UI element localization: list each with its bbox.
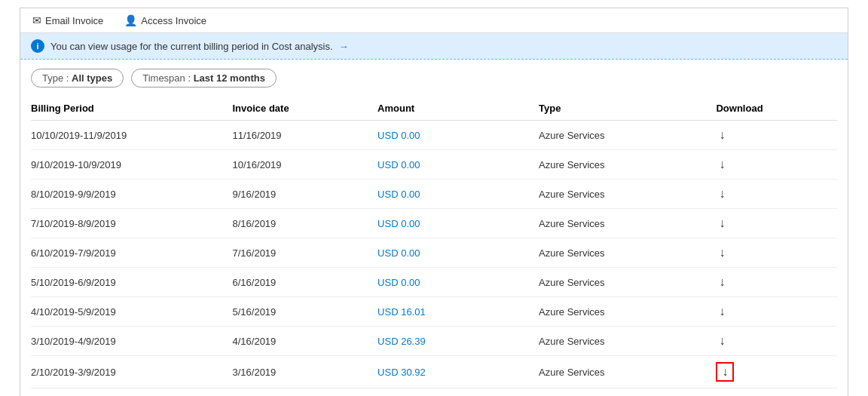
table-row: 8/10/2019-9/9/20199/16/2019USD 0.00Azure… [31,180,837,209]
cell-download: ↓ [716,209,837,238]
table-row: 2/10/2019-3/9/20193/16/2019USD 30.92Azur… [31,356,837,388]
cell-download: ↓ [716,121,837,150]
cell-amount: USD 16.01 [377,297,539,327]
cell-type: Azure Services [539,297,716,327]
cell-type: Azure Services [539,238,716,268]
download-button[interactable]: ↓ [716,362,734,382]
cell-billing-period: 4/10/2019-5/9/2019 [31,297,233,327]
table-row: 7/10/2019-8/9/20198/16/2019USD 0.00Azure… [31,209,837,238]
cell-invoice-date: 5/16/2019 [233,297,378,327]
cell-billing-period: 3/10/2019-4/9/2019 [31,327,233,356]
cell-billing-period: 8/10/2019-9/9/2019 [31,180,233,209]
cell-invoice-date: 10/16/2019 [233,150,378,180]
download-button[interactable]: ↓ [716,303,728,320]
invoice-table-wrapper: Billing Period Invoice date Amount Type … [20,97,848,396]
table-header-row: Billing Period Invoice date Amount Type … [31,97,837,121]
cell-invoice-date: 6/16/2019 [233,268,378,297]
amount-link[interactable]: USD 30.92 [377,367,426,378]
cell-invoice-date: 9/16/2019 [233,180,378,209]
col-header-billing-period: Billing Period [31,97,233,121]
cell-billing-period: 6/10/2019-7/9/2019 [31,238,233,268]
table-row: 4/10/2019-5/9/20195/16/2019USD 16.01Azur… [31,297,837,327]
cell-amount: USD 0.00 [377,121,539,150]
download-button[interactable]: ↓ [716,215,728,232]
cell-download: ↓ [716,150,837,180]
cell-invoice-date: 4/16/2019 [233,327,378,356]
invoice-panel: ✉ Email Invoice 👤 Access Invoice i You c… [20,8,848,396]
amount-link[interactable]: USD 0.00 [377,159,420,170]
cell-download: ↓ [716,268,837,297]
amount-link[interactable]: USD 0.00 [377,277,420,288]
cell-type: Azure Services [539,180,716,209]
col-header-amount: Amount [377,97,539,121]
cell-download: ↓ [716,238,837,268]
cell-amount: USD 26.39 [377,327,539,356]
table-row: 10/10/2019-11/9/201911/16/2019USD 0.00Az… [31,121,837,150]
cell-download: ↓ [716,356,837,388]
table-row: 9/10/2019-10/9/201910/16/2019USD 0.00Azu… [31,150,837,180]
cell-download: ↓ [716,388,837,397]
download-button[interactable]: ↓ [716,274,728,290]
cell-type: Azure Services [539,356,716,388]
cell-type: Azure Services [539,388,716,397]
email-invoice-button[interactable]: ✉ Email Invoice [29,13,106,28]
cell-amount: USD 0.00 [377,209,539,238]
cell-download: ↓ [716,327,837,356]
cost-analysis-link[interactable]: → [339,41,349,52]
table-row: 5/10/2019-6/9/20196/16/2019USD 0.00Azure… [31,268,837,297]
cell-type: Azure Services [539,268,716,297]
info-icon: i [31,39,44,53]
cell-amount: USD 0.00 [377,150,539,180]
table-row: 3/10/2019-4/9/20194/16/2019USD 26.39Azur… [31,327,837,356]
cell-billing-period: 9/10/2019-10/9/2019 [31,150,233,180]
download-button[interactable]: ↓ [716,244,728,261]
download-button[interactable]: ↓ [716,127,728,143]
email-invoice-label: Email Invoice [45,15,103,26]
cell-billing-period: 2/10/2019-3/9/2019 [31,356,233,388]
amount-link[interactable]: USD 16.01 [377,306,426,318]
cell-billing-period: 1/10/2019-2/9/2019 [31,388,233,397]
cell-invoice-date: 3/16/2019 [233,356,378,388]
cell-billing-period: 5/10/2019-6/9/2019 [31,268,233,297]
timespan-filter[interactable]: Timespan : Last 12 months [131,69,277,87]
banner-text: You can view usage for the current billi… [50,41,333,52]
amount-link[interactable]: USD 26.39 [377,336,426,347]
table-row: 1/10/2019-2/9/20192/16/2019USD 32.79Azur… [31,388,837,397]
email-icon: ✉ [32,14,41,26]
download-button[interactable]: ↓ [716,186,728,202]
cell-amount: USD 32.79 [377,388,539,397]
amount-link[interactable]: USD 0.00 [377,247,420,259]
timespan-filter-label: Timespan : [142,72,193,84]
cell-invoice-date: 7/16/2019 [233,238,378,268]
cell-amount: USD 30.92 [377,356,539,388]
info-banner: i You can view usage for the current bil… [20,33,848,60]
cell-type: Azure Services [539,209,716,238]
amount-link[interactable]: USD 0.00 [377,218,420,229]
download-button[interactable]: ↓ [716,156,728,173]
col-header-type: Type [539,97,716,121]
cell-billing-period: 10/10/2019-11/9/2019 [31,121,233,150]
cell-invoice-date: 8/16/2019 [233,209,378,238]
cell-download: ↓ [716,180,837,209]
download-button[interactable]: ↓ [716,333,728,349]
type-filter[interactable]: Type : All types [31,69,124,87]
toolbar: ✉ Email Invoice 👤 Access Invoice [20,8,848,33]
cell-type: Azure Services [539,327,716,356]
amount-link[interactable]: USD 0.00 [377,189,420,200]
amount-link[interactable]: USD 0.00 [377,130,420,141]
table-row: 6/10/2019-7/9/20197/16/2019USD 0.00Azure… [31,238,837,268]
col-header-invoice-date: Invoice date [233,97,378,121]
cell-invoice-date: 11/16/2019 [233,121,378,150]
access-invoice-button[interactable]: 👤 Access Invoice [121,13,209,28]
access-invoice-label: Access Invoice [141,15,206,26]
cell-amount: USD 0.00 [377,268,539,297]
cell-amount: USD 0.00 [377,180,539,209]
invoice-table: Billing Period Invoice date Amount Type … [31,97,837,396]
cell-type: Azure Services [539,150,716,180]
cell-amount: USD 0.00 [377,238,539,268]
cell-invoice-date: 2/16/2019 [233,388,378,397]
cell-billing-period: 7/10/2019-8/9/2019 [31,209,233,238]
cell-download: ↓ [716,297,837,327]
type-filter-value: All types [72,72,112,84]
type-filter-label: Type : [42,72,72,84]
